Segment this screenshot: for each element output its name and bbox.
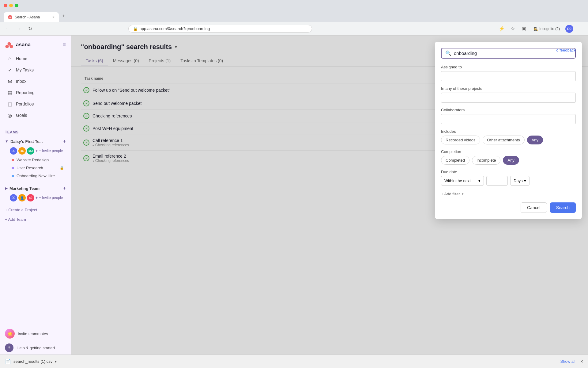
sidebar-item-goals[interactable]: ◎ Goals [2, 110, 69, 121]
sidebar-item-inbox[interactable]: ✉ Inbox [2, 76, 69, 87]
cancel-button[interactable]: Cancel [521, 202, 547, 213]
invite-plus-icon: + [36, 149, 38, 153]
sidebar-item-label: Reporting [16, 90, 35, 95]
team2-header[interactable]: ▶ Marketing Team + [0, 184, 71, 193]
team2-section: ▶ Marketing Team + DJ 👤 a0 + + Invite pe… [0, 182, 71, 205]
browser-tab-active[interactable]: A Search - Asana × [4, 12, 59, 22]
team1-section: ▼ Daisy's First Te... + DJ 3a MJ + + Inv… [0, 136, 71, 182]
help-label: Help & getting started [17, 346, 55, 350]
asana-logo: asana [5, 40, 31, 49]
chip-other-attachments[interactable]: Other attachments [483, 136, 525, 144]
minimize-dot[interactable] [9, 4, 13, 7]
project-item-website-redesign[interactable]: Website Redesign [2, 156, 69, 164]
show-all-button[interactable]: Show all [560, 359, 575, 364]
maximize-dot[interactable] [15, 4, 18, 7]
add-filter-label: + Add filter [441, 192, 460, 196]
help-item[interactable]: ? Help & getting started [0, 341, 71, 355]
back-button[interactable]: ← [4, 25, 12, 33]
sidebar-item-label: Home [16, 56, 27, 61]
incognito-badge: 🕵 Incognito (2) [530, 26, 563, 32]
chip-any-includes[interactable]: Any [527, 136, 543, 144]
sidebar-item-home[interactable]: ⌂ Home [2, 53, 69, 64]
team1-add-button[interactable]: + [63, 139, 66, 144]
invite-teammates-item[interactable]: 🌟 Invite teammates [0, 326, 71, 341]
more-options-button[interactable]: ⋮ [576, 25, 584, 33]
project-item-user-research[interactable]: User Research 🔒 [2, 164, 69, 172]
member-avatar-dj2: DJ [10, 194, 17, 201]
browser-titlebar [0, 0, 588, 11]
sidebar-item-portfolios[interactable]: ◫ Portfolios [2, 98, 69, 109]
due-date-value-input[interactable] [486, 176, 508, 186]
close-bar-button[interactable]: × [580, 359, 583, 364]
sidebar-nav: ⌂ Home ✓ My Tasks ✉ Inbox ▤ Reporting ◫ … [0, 52, 71, 122]
browser-dots [4, 4, 18, 7]
due-date-label: Due date [441, 170, 576, 174]
inbox-icon: ✉ [7, 78, 13, 84]
sidebar: asana ≡ ⌂ Home ✓ My Tasks ✉ Inbox ▤ Repo… [0, 36, 71, 355]
sidebar-item-reporting[interactable]: ▤ Reporting [2, 87, 69, 98]
project-label: Website Redesign [17, 158, 49, 162]
due-date-unit-select[interactable]: Days ▾ [510, 176, 530, 186]
download-item: 📄 search_results (1).csv ▾ [5, 358, 57, 364]
team1-invite-link[interactable]: + + Invite people [36, 149, 63, 153]
assigned-to-label: Assigned to [441, 65, 576, 69]
chip-recorded-videos[interactable]: Recorded videos [441, 136, 480, 144]
chip-any-completion[interactable]: Any [503, 156, 519, 165]
svg-point-2 [9, 45, 13, 48]
divider [5, 125, 66, 125]
forward-button[interactable]: → [15, 25, 23, 33]
add-team-button[interactable]: + Add Team [0, 215, 71, 224]
search-button[interactable]: Search [550, 202, 576, 213]
collaborators-input[interactable] [441, 114, 576, 124]
team2-add-button[interactable]: + [63, 186, 66, 191]
search-panel-overlay: d feedback 🔍 Assigned to In any of these… [71, 36, 588, 355]
bookmark-icon[interactable]: ☆ [508, 25, 517, 33]
member-avatar-3a: 3a [18, 147, 26, 155]
team1-header[interactable]: ▼ Daisy's First Te... + [0, 137, 71, 146]
bottom-right: Show all × [560, 359, 583, 364]
bottom-bar: 📄 search_results (1).csv ▾ Show all × [0, 355, 588, 368]
extension-icon[interactable]: ⚡ [497, 25, 506, 33]
member-avatar-a0: a0 [27, 194, 34, 201]
send-feedback-link[interactable]: d feedback [556, 48, 576, 52]
due-date-unit-label: Days [514, 178, 523, 183]
includes-label: Includes [441, 129, 576, 134]
download-chevron-icon[interactable]: ▾ [55, 359, 57, 364]
menu-icon[interactable]: ≡ [62, 42, 66, 48]
chip-completed[interactable]: Completed [441, 156, 469, 165]
new-tab-button[interactable]: + [60, 12, 67, 20]
member-avatar-mj: MJ [27, 147, 34, 155]
search-input[interactable] [454, 51, 571, 56]
due-date-section: Due date Within the next ▾ Days ▾ [441, 170, 576, 186]
in-projects-label: In any of these projects [441, 86, 576, 91]
browser-tab-bar: A Search - Asana × + [0, 11, 588, 22]
assigned-to-input[interactable] [441, 71, 576, 81]
sidebar-item-my-tasks[interactable]: ✓ My Tasks [2, 64, 69, 75]
asana-logo-icon [5, 40, 13, 49]
team2-invite-link[interactable]: + + Invite people [36, 196, 63, 200]
portfolios-icon: ◫ [7, 101, 13, 107]
project-item-onboarding[interactable]: Onboarding New Hire [2, 172, 69, 180]
close-dot[interactable] [4, 4, 7, 7]
tab-close-button[interactable]: × [52, 15, 55, 19]
browser-chrome: A Search - Asana × + ← → ↻ 🔒 app.asana.c… [0, 0, 588, 36]
project-label: Onboarding New Hire [17, 174, 55, 178]
user-avatar[interactable]: DJ [565, 25, 573, 33]
sidebar-header: asana ≡ [0, 36, 71, 52]
completion-section: Completion Completed Incomplete Any [441, 149, 576, 165]
tab-favicon: A [8, 15, 12, 19]
address-bar[interactable]: 🔒 app.asana.com/0/search?q=onboarding [128, 25, 312, 33]
reload-button[interactable]: ↻ [26, 25, 34, 33]
team2-chevron: ▶ [5, 186, 8, 190]
team2-members: DJ 👤 a0 + + Invite people [0, 193, 71, 203]
sidebar-item-label: Portfolios [16, 102, 34, 106]
add-filter-button[interactable]: + Add filter ▾ [441, 190, 576, 197]
chip-incomplete[interactable]: Incomplete [472, 156, 501, 165]
in-projects-input[interactable] [441, 93, 576, 103]
teams-section-header: Teams [0, 128, 71, 136]
team2-name: Marketing Team [9, 186, 40, 191]
create-project-button[interactable]: + Create a Project [0, 205, 71, 215]
project-dot [12, 167, 14, 169]
sidebar-icon[interactable]: ▣ [519, 25, 528, 33]
due-date-select[interactable]: Within the next ▾ [441, 176, 484, 186]
